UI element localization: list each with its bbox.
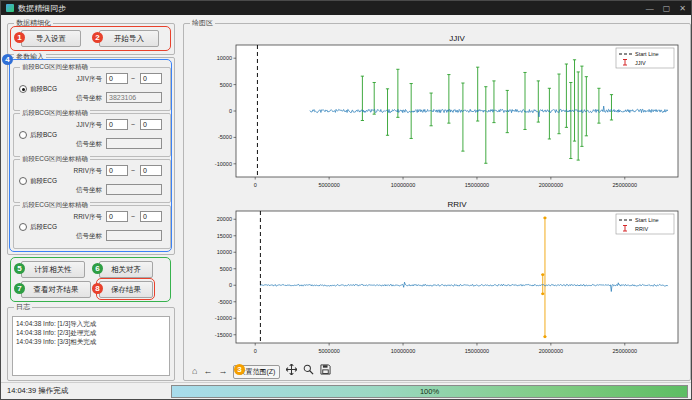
svg-text:10000: 10000 [217,249,232,255]
section-front-bcg-label: 前段BCG区间坐标精确 [20,62,90,72]
start-import-button[interactable]: 开始导入 [99,30,159,47]
svg-text:20000: 20000 [217,216,232,222]
pan-icon[interactable] [286,364,297,379]
radio-rear-bcg-label[interactable]: 后段BCG [30,131,57,140]
home-icon[interactable]: ⌂ [192,365,197,378]
svg-text:JJIV: JJIV [449,34,465,43]
annotation-badge-3: 3 [234,364,245,375]
radio-front-bcg-label[interactable]: 前段BCG [30,85,57,94]
section-front-ecg: 前段ECG区间坐标精确 前段ECG RRIV序号 0 ~ 0 信号坐标 [13,159,171,203]
section-rear-ecg: 后段ECG区间坐标精确 后段ECG RRIV序号 0 ~ 0 信号坐标 [13,205,171,249]
jjiv-seq-from-input[interactable]: 0 [106,73,128,84]
svg-text:-15000: -15000 [215,332,232,338]
forward-icon[interactable]: → [218,365,227,378]
log-group: 日志 14:04:38 Info: [1/3]导入完成 14:04:38 Inf… [7,307,175,381]
radio-rear-ecg[interactable] [19,223,27,231]
close-button[interactable]: ✕ [679,4,686,13]
svg-text:25000000: 25000000 [613,348,637,354]
svg-text:5000000: 5000000 [318,182,339,188]
annotation-badge-8: 8 [92,283,103,294]
annotation-badge-1: 1 [14,32,25,43]
svg-text:10000: 10000 [217,55,232,61]
radio-front-ecg[interactable] [19,177,27,185]
signal-coord-input[interactable] [106,138,162,149]
svg-text:-5000: -5000 [218,134,232,140]
svg-text:20000000: 20000000 [539,182,563,188]
svg-text:5000: 5000 [220,82,232,88]
log-output[interactable]: 14:04:38 Info: [1/3]导入完成 14:04:38 Info: … [12,316,170,376]
signal-coord-input[interactable] [106,230,162,241]
jjiv-plot[interactable]: JJIV050000001000000015000000200000002500… [190,32,684,192]
svg-text:RRIV: RRIV [635,226,648,232]
signal-coord-input[interactable] [106,184,162,195]
svg-text:5000: 5000 [220,266,232,272]
status-message: 14:04:39 操作完成 [7,386,68,396]
progress-label: 100% [420,387,439,396]
annotation-badge-4: 4 [2,54,13,65]
correlate-align-button[interactable]: 相关对齐 [99,261,153,278]
jjiv-seq-label: JJIV序号 [62,75,102,84]
section-rear-bcg-label: 后段BCG区间坐标精确 [20,108,90,118]
radio-rear-bcg[interactable] [19,131,27,139]
section-rear-ecg-label: 后段ECG区间坐标精确 [20,200,90,210]
compute-correlation-button[interactable]: 计算相关性 [21,261,85,278]
maximize-button[interactable]: ▢ [663,4,671,13]
svg-text:-10000: -10000 [215,315,232,321]
svg-text:10000000: 10000000 [391,182,415,188]
radio-front-bcg[interactable] [19,85,27,93]
svg-text:15000: 15000 [217,233,232,239]
annotation-badge-2: 2 [92,32,103,43]
tilde-separator: ~ [131,213,135,220]
titlebar: 数据精细同步 — ▢ ✕ [1,1,691,15]
svg-text:15000000: 15000000 [465,348,489,354]
save-result-button[interactable]: 保存结果 [99,281,153,298]
signal-coord-label: 信号坐标 [62,232,102,241]
rriv-seq-to-input[interactable]: 0 [140,211,162,222]
jjiv-seq-to-input[interactable]: 0 [140,73,162,84]
log-line: 14:04:38 Info: [1/3]导入完成 [16,319,166,328]
app-icon [6,4,14,12]
svg-text:-5000: -5000 [218,299,232,305]
svg-text:JJIV: JJIV [635,60,646,66]
tilde-separator: ~ [131,75,135,82]
svg-text:-10000: -10000 [215,161,232,167]
signal-coord-label: 信号坐标 [62,140,102,149]
params-group-label: 参数输入 [14,52,46,62]
tilde-separator: ~ [131,167,135,174]
jjiv-seq-to-input[interactable]: 0 [140,119,162,130]
rriv-seq-from-input[interactable]: 0 [106,211,128,222]
save-icon[interactable] [320,364,331,379]
signal-coord-input[interactable]: 3823106 [106,92,162,103]
annotation-badge-7: 7 [14,283,25,294]
minimize-button[interactable]: — [646,4,654,13]
radio-rear-ecg-label[interactable]: 后段ECG [30,223,57,232]
import-group-label: 数据精细化 [14,18,53,28]
log-line: 14:04:39 Info: [3/3]相关完成 [16,337,166,346]
statusbar: 14:04:39 操作完成 100% [1,382,691,399]
section-front-ecg-label: 前段ECG区间坐标精确 [20,154,90,164]
jjiv-seq-from-input[interactable]: 0 [106,119,128,130]
rriv-seq-to-input[interactable]: 0 [140,165,162,176]
rriv-seq-from-input[interactable]: 0 [106,165,128,176]
view-align-result-button[interactable]: 查看对齐结果 [21,281,91,298]
back-icon[interactable]: ← [203,365,212,378]
progress-bar: 100% [171,385,688,398]
plot-area-label: 绘图区 [190,18,215,28]
tilde-separator: ~ [131,121,135,128]
radio-front-ecg-label[interactable]: 前段ECG [30,177,57,186]
section-rear-bcg: 后段BCG区间坐标精确 后段BCG JJIV序号 0 ~ 0 信号坐标 [13,113,171,157]
window-title: 数据精细同步 [18,3,66,14]
svg-text:0: 0 [254,182,257,188]
rriv-plot[interactable]: RRIV050000001000000015000000200000002500… [190,198,684,358]
import-settings-button[interactable]: 导入设置 [21,30,81,47]
zoom-icon[interactable] [303,364,314,379]
jjiv-plot-canvas[interactable]: JJIV050000001000000015000000200000002500… [190,32,684,192]
log-line: 14:04:38 Info: [2/3]处理完成 [16,328,166,337]
rriv-seq-label: RRIV序号 [62,167,102,176]
rriv-plot-canvas[interactable]: RRIV050000001000000015000000200000002500… [190,198,684,358]
annotation-badge-6: 6 [92,263,103,274]
log-group-label: 日志 [14,302,32,312]
plot-toolbar: ⌂ ← → 3 设置范围(Z) [190,364,331,379]
window-controls: — ▢ ✕ [646,4,686,13]
signal-coord-label: 信号坐标 [62,186,102,195]
